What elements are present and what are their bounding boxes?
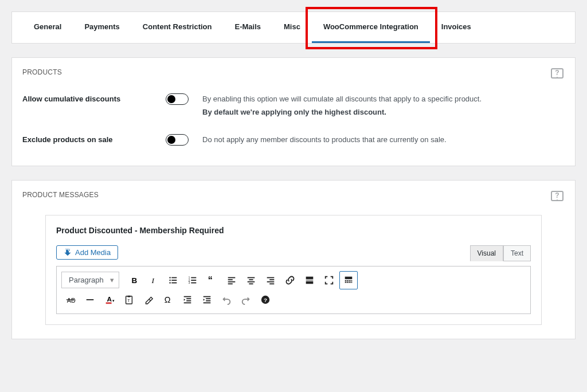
- horizontal-rule-icon[interactable]: [81, 291, 99, 309]
- toolbar-toggle-icon[interactable]: [339, 271, 358, 289]
- indent-icon[interactable]: [198, 291, 216, 309]
- editor-toolbar: Paragraph B I 123 “ ABC: [56, 266, 531, 314]
- clear-formatting-icon[interactable]: [139, 291, 158, 309]
- exclude-toggle[interactable]: [166, 134, 189, 146]
- link-icon[interactable]: [281, 271, 299, 289]
- outdent-icon[interactable]: [178, 291, 197, 309]
- svg-point-11: [169, 282, 170, 283]
- cumulative-desc: By enabling this option we will cumulate…: [202, 92, 565, 119]
- help-icon[interactable]: ?: [550, 190, 565, 205]
- exclude-desc: Do not apply any member discounts to pro…: [202, 133, 565, 146]
- svg-rect-14: [191, 277, 196, 278]
- svg-rect-56: [186, 300, 191, 301]
- svg-rect-24: [247, 277, 255, 278]
- svg-rect-31: [269, 283, 274, 284]
- svg-rect-26: [247, 281, 255, 283]
- svg-rect-22: [228, 281, 235, 283]
- products-panel: PRODUCTS ? Allow cumulative discounts By…: [11, 57, 576, 166]
- align-right-icon[interactable]: [261, 271, 280, 289]
- svg-text:?: ?: [264, 296, 267, 303]
- tab-woocommerce-integration[interactable]: WooCommerce Integration: [312, 12, 430, 43]
- svg-rect-43: [351, 281, 352, 283]
- strikethrough-icon[interactable]: ABC: [61, 291, 80, 309]
- svg-rect-32: [306, 276, 313, 279]
- svg-rect-8: [171, 277, 177, 278]
- svg-rect-36: [345, 280, 346, 281]
- tab-misc[interactable]: Misc: [272, 12, 312, 43]
- svg-text:?: ?: [555, 69, 559, 77]
- svg-rect-25: [249, 279, 253, 280]
- svg-rect-60: [206, 300, 210, 301]
- numbered-list-icon[interactable]: 123: [183, 271, 202, 289]
- svg-rect-12: [171, 282, 177, 283]
- read-more-icon[interactable]: [300, 271, 319, 289]
- svg-rect-42: [349, 281, 351, 283]
- svg-rect-33: [306, 280, 313, 280]
- svg-rect-58: [204, 296, 211, 297]
- exclude-label: Exclude products on sale: [22, 133, 166, 144]
- keyboard-help-icon[interactable]: ?: [256, 291, 275, 309]
- svg-rect-48: [106, 302, 112, 304]
- tab-general[interactable]: General: [22, 12, 73, 43]
- svg-text:A: A: [107, 295, 112, 302]
- svg-rect-20: [228, 277, 235, 278]
- special-character-icon[interactable]: Ω: [159, 291, 177, 309]
- redo-icon[interactable]: [237, 291, 255, 309]
- align-center-icon[interactable]: [242, 271, 260, 289]
- svg-rect-59: [206, 298, 210, 299]
- svg-rect-27: [249, 283, 253, 284]
- bold-icon[interactable]: B: [125, 271, 143, 289]
- svg-text:B: B: [131, 276, 137, 284]
- media-icon: [64, 248, 72, 256]
- tab-emails[interactable]: E-Mails: [223, 12, 272, 43]
- setting-row-cumulative: Allow cumulative discounts By enabling t…: [22, 92, 565, 119]
- svg-rect-51: [127, 296, 130, 297]
- svg-text:“: “: [208, 275, 213, 285]
- svg-text:T: T: [127, 297, 130, 303]
- text-color-icon[interactable]: A▾: [100, 291, 119, 309]
- svg-rect-37: [347, 280, 349, 281]
- editor-mode-visual[interactable]: Visual: [470, 245, 503, 261]
- svg-rect-28: [267, 277, 274, 278]
- editor-box: Product Discounted - Membership Required…: [45, 215, 542, 325]
- svg-rect-34: [306, 281, 313, 284]
- svg-rect-40: [345, 281, 346, 283]
- cumulative-label: Allow cumulative discounts: [22, 92, 166, 103]
- tab-invoices[interactable]: Invoices: [430, 12, 483, 43]
- tabs-nav: General Payments Content Restriction E-M…: [11, 11, 576, 44]
- svg-rect-21: [228, 279, 232, 280]
- svg-rect-39: [351, 280, 352, 281]
- svg-rect-38: [349, 280, 351, 281]
- tab-content-restriction[interactable]: Content Restriction: [131, 12, 224, 43]
- product-messages-panel: PRODUCT MESSAGES ? Product Discounted - …: [11, 180, 576, 339]
- svg-text:3: 3: [189, 281, 190, 284]
- products-title: PRODUCTS: [22, 68, 565, 76]
- svg-point-9: [169, 280, 170, 281]
- add-media-button[interactable]: Add Media: [56, 245, 118, 260]
- svg-rect-29: [269, 279, 274, 280]
- svg-rect-41: [347, 281, 349, 283]
- svg-text:I: I: [151, 276, 155, 284]
- svg-rect-57: [184, 302, 191, 303]
- svg-rect-35: [345, 276, 352, 279]
- svg-rect-30: [267, 281, 274, 283]
- blockquote-icon[interactable]: “: [203, 271, 221, 289]
- format-select[interactable]: Paragraph: [61, 272, 119, 288]
- svg-text:?: ?: [555, 191, 559, 199]
- cumulative-toggle[interactable]: [166, 93, 189, 105]
- help-icon[interactable]: ?: [550, 67, 565, 82]
- editor-mode-tabs: Visual Text: [470, 245, 531, 261]
- align-left-icon[interactable]: [222, 271, 241, 289]
- svg-rect-54: [184, 296, 191, 297]
- tab-payments[interactable]: Payments: [73, 12, 131, 43]
- undo-icon[interactable]: [217, 291, 236, 309]
- svg-rect-10: [171, 280, 177, 281]
- setting-row-exclude: Exclude products on sale Do not apply an…: [22, 133, 565, 147]
- editor-mode-text[interactable]: Text: [503, 245, 531, 261]
- paste-text-icon[interactable]: T: [120, 291, 138, 309]
- italic-icon[interactable]: I: [144, 271, 163, 289]
- svg-rect-18: [191, 282, 196, 283]
- fullscreen-icon[interactable]: [320, 271, 338, 289]
- bullet-list-icon[interactable]: [164, 271, 182, 289]
- svg-rect-55: [186, 298, 191, 299]
